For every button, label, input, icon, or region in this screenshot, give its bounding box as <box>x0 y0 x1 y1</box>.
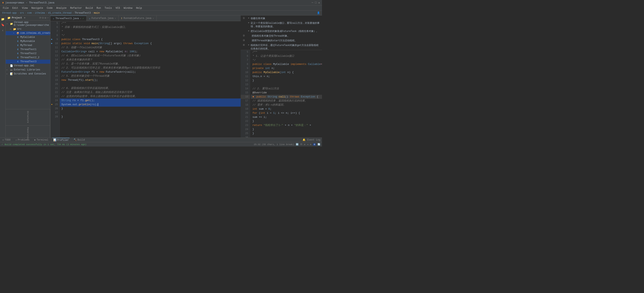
menu-refactor[interactable]: Refactor <box>68 6 84 10</box>
tab-profiler[interactable]: 📊 Profiler <box>52 138 70 142</box>
tree-arrow-src: ▾ <box>10 28 13 30</box>
update-icon[interactable]: 🔄 <box>318 143 320 146</box>
line-25: 25 <box>50 103 60 107</box>
line-15: 15 <box>50 62 60 66</box>
tab-runnablefuture[interactable]: I RunnableFuture.java ✕ <box>118 16 156 21</box>
tree-item-myrunnable[interactable]: C MyRunnable <box>6 39 50 43</box>
sidebar-dropdown-icon[interactable]: ▼ <box>24 17 25 19</box>
close-icon[interactable]: ✕ <box>318 1 320 5</box>
collapse-all-icon[interactable]: ⊟ <box>42 16 44 20</box>
menu-vcs[interactable]: VCS <box>114 6 122 10</box>
tree-item-threadtest2[interactable]: C ThreadTest2 <box>6 52 50 56</box>
indent-icon[interactable]: ⇥ <box>307 143 308 146</box>
tree-item-iml[interactable]: 📄 thread-app.iml <box>6 64 50 68</box>
breadcrumb-part-0[interactable]: thread-app <box>2 12 17 15</box>
minimize-icon[interactable]: ─ <box>312 1 313 5</box>
bookmark-icon[interactable]: 🔖 <box>1 23 5 27</box>
tab-close-runnablefuture[interactable]: ✕ <box>153 17 154 20</box>
encoding-icon[interactable]: 🔤 <box>296 143 298 146</box>
tree-item-package[interactable]: ▾ 📦 com.itheima.d1_create_thread <box>6 31 50 35</box>
tree-label-mycallable: MyCallable <box>20 36 35 39</box>
project-icon[interactable]: 📁 <box>1 17 5 21</box>
tree-arrow-pkg: ▾ <box>13 32 16 34</box>
title-bar-controls[interactable]: ─ □ ✕ <box>312 1 320 5</box>
note-arrow-1: ➤ <box>248 17 250 20</box>
tab-threadtest3[interactable]: ☕ ThreadTest3.java ✕ ✓ <box>50 16 86 21</box>
favorites-label[interactable]: Favorites <box>6 125 50 138</box>
lang-switch-icon[interactable]: ⇄ <box>304 143 306 146</box>
breadcrumb-part-1[interactable]: src <box>20 12 24 15</box>
settings-icon[interactable]: ⚙ <box>44 16 46 20</box>
tree-item-mythread[interactable]: C MyThread <box>6 43 50 47</box>
title-bar-title: javasepromax - ThreadTest3.java <box>5 1 54 4</box>
tree-arrow-root: ▾ <box>6 23 10 25</box>
right-code-section: 5 6 7 8 9 10 11 12 13 14 15 16 17 18 19 … <box>241 50 322 138</box>
code-line-10: public static void main(String[] args) t… <box>60 42 241 46</box>
tab-futuretask[interactable]: ☕ FutureTask.java ✕ <box>86 16 119 21</box>
breadcrumb-part-2[interactable]: com <box>27 12 32 15</box>
tree-item-scratches[interactable]: ▸ 📝 Scratches and Consoles <box>6 72 50 76</box>
note-line-3: ➤ 把Callable类型的对象装成FutureTask（线程任务对象）。 <box>243 30 320 33</box>
tab-todo[interactable]: ☑ TODO <box>2 138 12 142</box>
r-code-11: this.n = n; <box>251 75 322 79</box>
code-content[interactable]: /** * 目标：掌握线程的创建方式三：实现Callable接口。 * */ p… <box>60 21 241 138</box>
lang-zh-icon[interactable]: 中 <box>300 143 302 146</box>
code-line-9: public class ThreadTest3 { <box>60 38 241 42</box>
tree-item-src[interactable]: ▾ 📂 src <box>6 27 50 31</box>
menu-code[interactable]: Code <box>45 6 54 10</box>
menu-run[interactable]: Run <box>95 6 103 10</box>
tree-item-threadtest1[interactable]: C ThreadTest1 <box>6 47 50 52</box>
tree-label-pkg: com.itheima.d1_create_thread <box>20 32 50 35</box>
breadcrumb-part-4[interactable]: d1_create_thread <box>48 12 71 15</box>
code-line-24: String rs = f1.get(); <box>60 99 241 103</box>
tab-problems[interactable]: ⚠ Problems <box>15 138 30 142</box>
menu-window[interactable]: Window <box>122 6 134 10</box>
sync-icon[interactable]: ⟳ <box>39 16 42 20</box>
event-log-section: 🔔 Event Log <box>302 138 320 141</box>
tab-close-futuretask[interactable]: ✕ <box>115 17 116 20</box>
r-line-22: 22 <box>241 119 250 123</box>
structure-label[interactable]: Structure <box>6 109 50 125</box>
tree-item-extlibs[interactable]: ▸ 🗂 External Libraries <box>6 68 50 72</box>
r-code-10: public MyCallable(int n) { <box>251 70 322 75</box>
breadcrumb-part-6[interactable]: main <box>94 12 100 15</box>
menu-build[interactable]: Build <box>84 6 94 10</box>
menu-help[interactable]: Help <box>134 6 144 10</box>
tree-item-root[interactable]: ▾ 📁 thread-app D:\code\javasepromax\the <box>6 21 50 27</box>
tree-item-mycallable[interactable]: C MyCallable <box>6 35 50 39</box>
tab-terminal[interactable]: ▶ Terminal <box>34 138 49 142</box>
event-log-label[interactable]: Event Log <box>307 139 320 141</box>
code-line-6: * 目标：掌握线程的创建方式三：实现Callable接口。 <box>60 25 241 29</box>
code-line-23: // 这里的代码会暂停，等待上面线程执行完毕后才会获取结果。 <box>60 94 241 99</box>
build-label: Build <box>78 139 85 141</box>
menu-edit[interactable]: Edit <box>11 6 20 10</box>
r-line-20: 20 <box>241 111 250 115</box>
r-code-24: } <box>251 127 322 131</box>
tree-label-threadtest1: ThreadTest1 <box>20 48 36 51</box>
extlibs-icon: 🗂 <box>10 68 13 71</box>
hide-icon[interactable]: — <box>47 16 48 20</box>
tab-build[interactable]: 🔨 Build <box>73 138 86 142</box>
breadcrumb-part-3[interactable]: itheima <box>35 12 45 15</box>
settings-icon-status[interactable]: ⚙ <box>310 143 312 146</box>
project-folder-icon: 📁 <box>7 16 10 20</box>
right-line-gutter: 5 6 7 8 9 10 11 12 13 14 15 16 17 18 19 … <box>241 50 250 138</box>
r-code-7: */ <box>251 58 322 62</box>
menu-view[interactable]: View <box>20 6 30 10</box>
r-line-10: 10 <box>241 70 250 75</box>
collapse-icon[interactable]: ‹ <box>1 29 5 33</box>
menu-analyze[interactable]: Analyze <box>55 6 68 10</box>
menu-tools[interactable]: Tools <box>103 6 114 10</box>
menu-file[interactable]: File <box>1 6 10 10</box>
todo-label: TODO <box>5 139 10 141</box>
maximize-icon[interactable]: □ <box>315 1 316 5</box>
menu-navigate[interactable]: Navigate <box>30 6 45 10</box>
note-line-6: ④ ➤ 线程执行完毕后，通过FutureTask对象的get方法去获取线程任务执… <box>243 44 320 50</box>
tree-item-threadtest22[interactable]: C ThreadTest2_2 <box>6 56 50 60</box>
r-line-17: 17 <box>241 99 250 103</box>
tab-close-threadtest3[interactable]: ✕ <box>80 17 81 20</box>
breadcrumb-part-5[interactable]: ThreadTest3 <box>74 12 91 15</box>
package-icon: 📦 <box>16 32 20 35</box>
tree-item-threadtest3[interactable]: C ThreadTest3 <box>6 60 50 64</box>
note-line-1: ① ➤ 创建任务对象 <box>243 17 320 20</box>
